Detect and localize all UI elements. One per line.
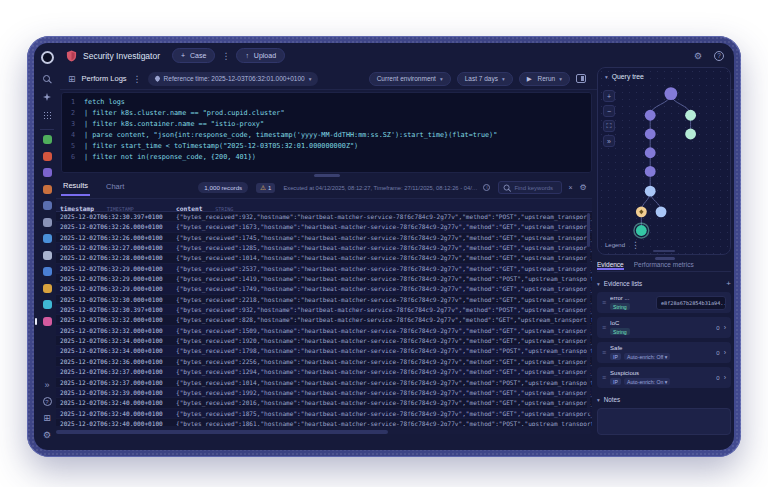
clear-search-icon[interactable]: × [568,184,572,191]
chevron-right-icon[interactable]: › [724,324,726,331]
sidebar-app-blue-sphere-app[interactable] [43,267,52,276]
case-menu-icon[interactable]: ⋮ [215,51,236,61]
auto-enrich-dropdown[interactable]: Auto-enrich: Off ▾ [624,353,670,360]
evidence-item-suspicious[interactable]: ≡ Suspicious IP Auto-enrich: On ▾ 0 › [597,367,731,388]
table-row[interactable]: 2025-12-02T06:32:40.000+0100{"bytes_rece… [56,398,592,408]
sidebar-app-orange-shield-app[interactable] [43,185,52,194]
window-help-icon[interactable]: ? [714,51,724,61]
add-evidence-list-icon[interactable]: + [726,279,731,288]
evidence-item-ioc[interactable]: ≡ IoC String 0 › [597,317,731,338]
sidebar-app-slate-app[interactable] [43,201,52,210]
table-row[interactable]: 2025-12-02T06:32:40.000+0100{"bytes_rece… [56,419,592,426]
table-row[interactable]: 2025-12-02T06:32:30.397+0100{"bytes_rece… [56,305,592,315]
sidebar-app-security-investigator-app[interactable] [43,317,52,326]
notes-input[interactable] [597,408,731,435]
col-timestamp[interactable]: timestamp [60,205,94,212]
table-settings-icon[interactable]: ⚙ [579,183,586,192]
code-line[interactable]: 5| filter start_time < toTimestamp("2025… [62,141,591,152]
table-row[interactable]: 2025-12-02T06:32:32.000+0100{"bytes_rece… [56,326,592,336]
query-tree-node[interactable] [645,166,656,177]
splitter-handle[interactable] [314,174,340,177]
ai-sparkle-icon[interactable] [39,90,55,104]
code-line[interactable]: 1fetch logs [62,97,591,108]
sidebar-app-green-app[interactable] [43,135,52,144]
hscroll-thumb[interactable] [56,430,388,434]
query-tree-node[interactable] [656,206,667,217]
query-tree-node[interactable] [645,110,656,121]
table-row[interactable]: 2025-12-02T06:32:30.397+0100{"bytes_rece… [56,212,592,222]
sidebar-app-cloud-app[interactable] [43,251,52,260]
table-row[interactable]: 2025-12-02T06:32:34.000+0100{"bytes_rece… [56,346,592,356]
table-row[interactable]: 2025-12-02T06:32:30.000+0100{"bytes_rece… [56,295,592,305]
sidebar-app-purple-app[interactable] [43,168,52,177]
tree-scroll-indicator[interactable] [653,250,675,253]
new-case-button[interactable]: + Case [172,48,215,63]
table-row[interactable]: 2025-12-02T06:32:29.000+0100{"bytes_rece… [56,284,592,294]
tab-results[interactable]: Results [61,179,90,196]
table-row[interactable]: 2025-12-02T06:32:32.000+0100{"bytes_rece… [56,315,592,325]
app-grid-icon[interactable] [39,108,55,122]
table-row[interactable]: 2025-12-02T06:32:37.000+0100{"bytes_rece… [56,378,592,388]
table-row[interactable]: 2025-12-02T06:32:34.000+0100{"bytes_rece… [56,336,592,346]
panel-resize-handle[interactable] [655,257,675,260]
expand-rail-icon[interactable]: » [39,378,55,392]
table-row[interactable]: 2025-12-02T06:32:37.000+0100{"bytes_rece… [56,367,592,377]
rerun-button[interactable]: ▶ Rerun▾ [519,72,570,86]
tab-evidence[interactable]: Evidence [597,261,624,268]
evidence-item-error[interactable]: ≡ error ... String e8f28a67b2854b31a94..… [597,292,731,313]
query-editor[interactable]: 1fetch logs2| filter k8s.cluster.name ==… [61,92,592,173]
search-icon[interactable] [39,72,55,86]
sidebar-app-red-app[interactable] [43,152,52,161]
sidebar-app-cyan-layers-app[interactable] [43,300,52,309]
query-tree-node[interactable] [664,87,677,100]
settings-gear-icon[interactable]: ⚙ [39,428,55,442]
sidebar-app-gray-gear-app[interactable] [43,218,52,227]
toggle-right-panel-icon[interactable] [576,74,586,83]
tab-performance-metrics[interactable]: Performance metrics [634,261,694,268]
table-row[interactable]: 2025-12-02T06:32:36.000+0100{"bytes_rece… [56,357,592,367]
reference-time-button[interactable]: Reference time: 2025-12-03T06:32:01.000+… [148,72,319,86]
table-row[interactable]: 2025-12-02T06:32:26.000+0100{"bytes_rece… [56,222,592,232]
drag-handle-icon[interactable]: ≡ [602,374,605,381]
table-row[interactable]: 2025-12-02T06:32:26.000+0100{"bytes_rece… [56,233,592,243]
drag-handle-icon[interactable]: ≡ [602,349,605,356]
drag-handle-icon[interactable]: ≡ [602,324,605,331]
doc-menu-icon[interactable]: ⋮ [127,74,148,84]
evidence-lists-header[interactable]: ▾Evidence lists + [597,279,731,288]
query-tree-node[interactable] [636,225,647,236]
table-row[interactable]: 2025-12-02T06:32:27.000+0100{"bytes_rece… [56,243,592,253]
environment-selector[interactable]: Current environment▾ [369,72,451,86]
drag-handle-icon[interactable]: ≡ [602,299,605,306]
table-row[interactable]: 2025-12-02T06:32:28.000+0100{"bytes_rece… [56,253,592,263]
search-input[interactable] [514,185,557,191]
legend-menu-icon[interactable]: ⋮ [631,240,640,250]
query-tree-node[interactable] [645,129,656,140]
timeframe-selector[interactable]: Last 7 days▾ [457,72,513,86]
query-tree-node[interactable] [645,147,656,158]
evidence-item-safe[interactable]: ≡ Safe IP Auto-enrich: Off ▾ 0 › [597,342,731,363]
warning-badge[interactable]: ⚠ 1 [256,183,275,193]
query-tree-node[interactable] [645,186,656,197]
sidebar-app-blue-square-app[interactable] [43,234,52,243]
query-tree-node[interactable] [685,110,696,121]
sidebar-app-yellow-gear-app[interactable] [43,284,52,293]
query-tree-node[interactable] [685,129,696,140]
info-icon[interactable]: i [483,184,490,191]
chevron-right-icon[interactable]: › [724,374,726,381]
vscroll-thumb[interactable] [587,213,590,247]
code-line[interactable]: 4| parse content, "json{int:response_cod… [62,130,591,141]
table-row[interactable]: 2025-12-02T06:32:29.000+0100{"bytes_rece… [56,274,592,284]
code-line[interactable]: 3| filter k8s.container.name == "istio-p… [62,119,591,130]
code-line[interactable]: 6| filter not in(response_code, {200, 40… [62,152,591,163]
tab-chart[interactable]: Chart [104,180,126,195]
legend-label[interactable]: Legend [605,242,625,248]
window-settings-icon[interactable]: ⚙ [694,51,702,61]
col-content[interactable]: content [176,205,203,212]
document-title[interactable]: Perform Logs [82,74,127,83]
dock-grid-icon[interactable]: ⊞ [39,411,55,425]
code-line[interactable]: 2| filter k8s.cluster.name == "prod.cupi… [62,108,591,119]
table-row[interactable]: 2025-12-02T06:32:29.000+0100{"bytes_rece… [56,264,592,274]
chevron-right-icon[interactable]: › [724,349,726,356]
evidence-value[interactable]: e8f28a67b2854b31a94... [656,296,726,310]
auto-enrich-dropdown[interactable]: Auto-enrich: On ▾ [624,378,670,385]
